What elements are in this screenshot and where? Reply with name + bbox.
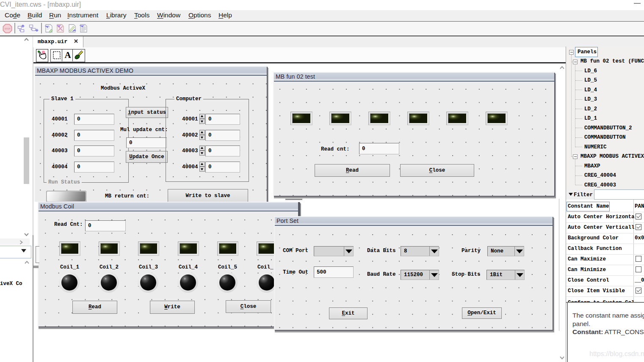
svg-text:STOP: STOP bbox=[5, 27, 11, 30]
